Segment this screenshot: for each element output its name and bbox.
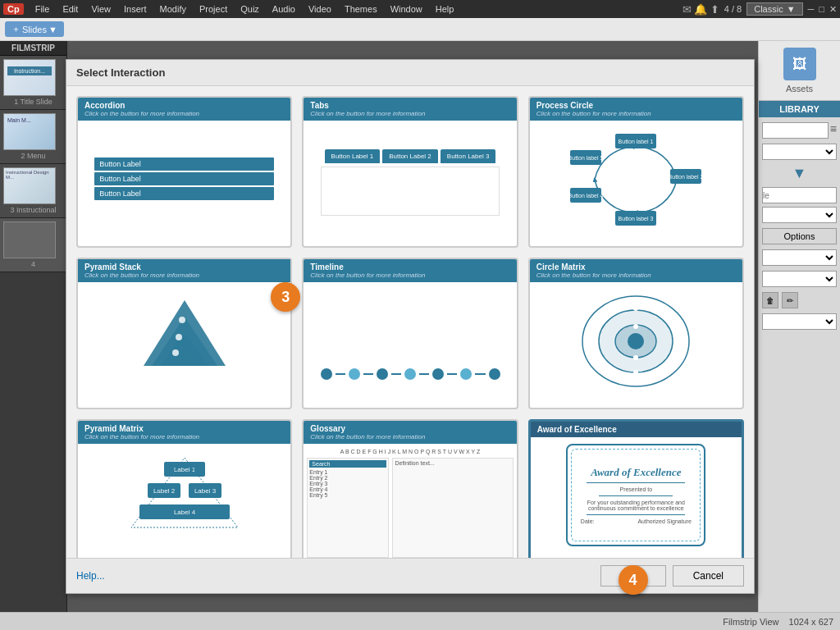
slide-thumb-2: Main M...	[3, 113, 56, 150]
menu-edit[interactable]: Edit	[56, 2, 84, 16]
timeline-title: Timeline	[310, 262, 343, 272]
menu-file[interactable]: File	[29, 2, 57, 16]
filmstrip-slide-2[interactable]: Main M... 2 Menu	[0, 110, 66, 164]
dialog-body: Accordion Click on the button for more i…	[66, 86, 754, 558]
library-type-select[interactable]	[762, 144, 837, 160]
timeline-line-4	[419, 373, 429, 375]
app-logo: Cp	[3, 3, 24, 15]
library-name-input[interactable]	[762, 187, 837, 203]
library-sort-select[interactable]	[762, 249, 837, 266]
glossary-card[interactable]: Glossary Click on the button for more in…	[302, 419, 518, 558]
badge-3: 3	[271, 282, 300, 312]
filmstrip-panel: FILMSTRIP Instruction... 1 Title Slide M…	[0, 41, 67, 612]
edit-icon[interactable]: ✏	[782, 292, 798, 308]
accordion-subtitle: Click on the button for more information	[84, 110, 284, 117]
svg-point-14	[179, 317, 185, 323]
library-search-input[interactable]	[762, 122, 829, 139]
process-circle-card[interactable]: Process Circle Click on the button for m…	[528, 96, 744, 248]
list-view-icon[interactable]: ≡	[830, 122, 837, 139]
tab-btn-3: Button Label 3	[441, 149, 496, 163]
maximize-icon[interactable]: □	[819, 4, 824, 14]
menu-themes[interactable]: Themes	[338, 2, 384, 16]
timeline-dot-3	[377, 368, 388, 380]
timeline-dot-4	[404, 368, 416, 380]
badge-4: 4	[619, 565, 648, 595]
toolbar: ＋ Slides ▼	[0, 18, 840, 41]
menu-insert[interactable]: Insert	[117, 2, 153, 16]
glossary-title: Glossary	[310, 424, 345, 433]
library-tab[interactable]: LIBRARY	[759, 101, 840, 117]
accordion-card[interactable]: Accordion Click on the button for more i…	[76, 96, 292, 248]
assets-icon: 🖼	[783, 48, 816, 80]
filmstrip-slide-4[interactable]: 4	[0, 218, 66, 272]
expand-icon[interactable]: ▼	[792, 165, 807, 182]
svg-point-20	[628, 333, 644, 349]
award-title-text: Award of Excellence	[591, 466, 681, 479]
minimize-icon[interactable]: ─	[808, 4, 815, 14]
menu-help[interactable]: Help	[429, 2, 461, 16]
right-panel: 🖼 Assets LIBRARY ≡ ▼ Options	[758, 41, 840, 612]
timeline-line-2	[363, 373, 373, 375]
timeline-dot-2	[349, 368, 360, 380]
library-extra-select[interactable]	[762, 313, 837, 330]
svg-text:Label 4: Label 4	[174, 509, 196, 516]
pyramid-stack-card[interactable]: Pyramid Stack Click on the button for mo…	[76, 258, 292, 409]
svg-text:Label 2: Label 2	[153, 487, 176, 495]
pyramid-matrix-card[interactable]: Pyramid Matrix Click on the button for m…	[76, 419, 292, 558]
help-link[interactable]: Help...	[76, 570, 105, 582]
accordion-btn-3: Button Label	[94, 187, 274, 200]
select-interaction-dialog: Select Interaction Accordion Click on th…	[66, 59, 755, 594]
dimensions-label: 1024 x 627	[789, 617, 833, 627]
timeline-line-5	[447, 373, 457, 375]
new-slide-button[interactable]: ＋ Slides ▼	[5, 21, 64, 37]
menu-bar: Cp File Edit View Insert Modify Project …	[0, 0, 840, 18]
delete-icon[interactable]: 🗑	[762, 292, 778, 308]
timeline-line-6	[475, 373, 485, 375]
svg-text:Button label 2: Button label 2	[669, 174, 701, 180]
tabs-subtitle: Click on the button for more information	[310, 110, 509, 117]
menu-video[interactable]: Video	[302, 2, 338, 16]
menu-modify[interactable]: Modify	[153, 2, 193, 16]
svg-point-21	[633, 306, 638, 311]
menu-window[interactable]: Window	[384, 2, 429, 16]
slide-label-4: 4	[3, 260, 63, 268]
slide-thumb-1: Instruction...	[3, 59, 56, 96]
award-signature: Authorized Signature	[637, 518, 691, 524]
close-icon[interactable]: ✕	[829, 4, 837, 15]
tabs-card[interactable]: Tabs Click on the button for more inform…	[302, 96, 518, 248]
options-button[interactable]: Options	[762, 228, 837, 244]
menu-quiz[interactable]: Quiz	[234, 2, 266, 16]
menu-project[interactable]: Project	[193, 2, 234, 16]
dialog-footer: Help... Insert 4 Cancel	[66, 558, 754, 593]
award-card[interactable]: Award of Excellence Award of Excellence …	[528, 419, 744, 558]
svg-point-24	[633, 370, 638, 375]
dialog-title: Select Interaction	[66, 60, 754, 86]
pyramid-stack-title: Pyramid Stack	[84, 262, 141, 272]
timeline-card[interactable]: Timeline Click on the button for more in…	[302, 258, 518, 409]
classic-mode-button[interactable]: Classic ▼	[746, 2, 802, 16]
process-circle-title: Process Circle	[536, 101, 594, 110]
glossary-alpha: A B C D E F G H I J K L M N O P Q R S T …	[307, 447, 513, 456]
page-indicator: 4 / 8	[724, 4, 742, 14]
slide-thumb-4	[3, 221, 56, 258]
award-preview: Award of Excellence Presented to For you…	[566, 444, 705, 546]
slide-label-1: 1 Title Slide	[3, 98, 63, 106]
cancel-button[interactable]: Cancel	[673, 565, 744, 587]
tabs-title: Tabs	[310, 101, 329, 110]
menu-view[interactable]: View	[84, 2, 117, 16]
view-mode-label: Filmstrip View	[723, 617, 778, 627]
filmstrip-slide-1[interactable]: Instruction... 1 Title Slide	[0, 56, 66, 110]
library-filter-select[interactable]	[762, 207, 837, 223]
menu-audio[interactable]: Audio	[266, 2, 302, 16]
filmstrip-slide-3[interactable]: Instructional Design M... 3 Instructiona…	[0, 164, 66, 218]
timeline-dot-6	[460, 368, 472, 380]
circle-matrix-subtitle: Click on the button for more information	[536, 272, 736, 279]
library-view-select[interactable]	[762, 271, 837, 287]
slide-label-2: 2 Menu	[3, 152, 63, 160]
filmstrip-header: FILMSTRIP	[0, 41, 66, 56]
circle-matrix-card[interactable]: Circle Matrix Click on the button for mo…	[528, 258, 744, 409]
timeline-line-1	[336, 373, 345, 375]
accordion-btn-2: Button Label	[94, 172, 274, 185]
pyramid-matrix-subtitle: Click on the button for more information	[84, 433, 284, 441]
timeline-dot-7	[489, 368, 500, 380]
